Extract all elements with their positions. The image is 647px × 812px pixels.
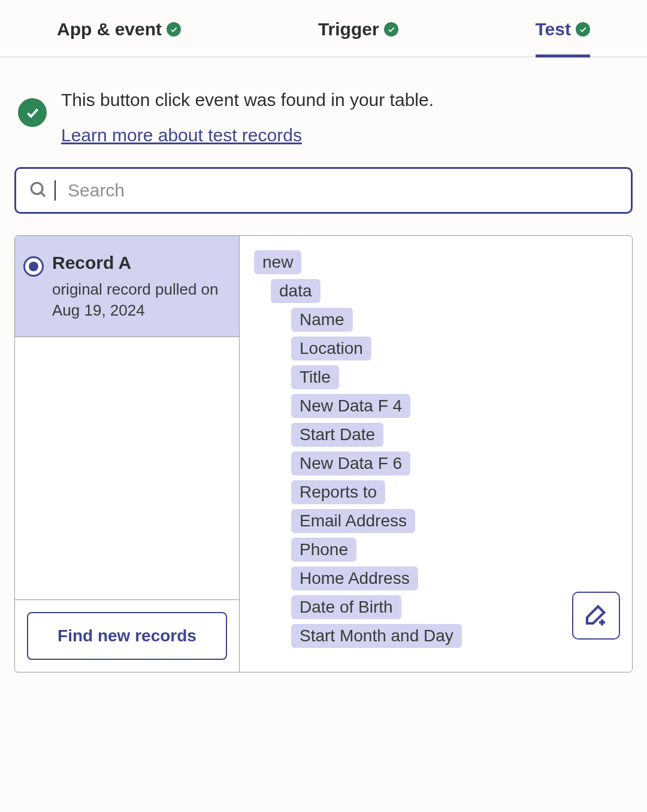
records-list: Record A original record pulled on Aug 1… (15, 236, 240, 672)
find-new-wrap: Find new records (15, 599, 239, 672)
edit-add-button[interactable] (572, 592, 620, 640)
field-pill[interactable]: Reports to (291, 480, 385, 504)
field-pill[interactable]: Start Month and Day (291, 624, 462, 648)
record-fields: new data Name Location Title New Data F … (240, 236, 632, 672)
info-banner: This button click event was found in you… (0, 57, 647, 167)
check-icon (167, 22, 181, 37)
tab-label: App & event (57, 19, 162, 40)
field-pill[interactable]: Location (291, 337, 371, 360)
records-panel: Record A original record pulled on Aug 1… (14, 235, 633, 672)
tab-app-event[interactable]: App & event (57, 19, 181, 40)
field-pill[interactable]: New Data F 6 (291, 452, 410, 475)
record-subtitle: original record pulled on Aug 19, 2024 (52, 279, 227, 321)
search-icon (28, 180, 47, 201)
field-pill[interactable]: Email Address (291, 509, 415, 533)
success-check-icon (18, 98, 47, 127)
tab-test[interactable]: Test (536, 19, 590, 40)
field-pill-data[interactable]: data (271, 279, 321, 303)
tab-label: Test (536, 19, 571, 40)
field-pill[interactable]: Name (291, 308, 353, 332)
svg-line-1 (41, 192, 45, 196)
svg-point-0 (31, 183, 43, 194)
radio-selected-icon[interactable] (23, 256, 44, 277)
field-pill[interactable]: Phone (291, 538, 356, 562)
search-input[interactable] (68, 180, 619, 201)
pencil-plus-icon (584, 602, 608, 629)
check-icon (576, 22, 590, 37)
learn-more-link[interactable]: Learn more about test records (61, 125, 302, 146)
info-message: This button click event was found in you… (61, 86, 434, 113)
field-pill-new[interactable]: new (254, 250, 301, 274)
find-new-records-button[interactable]: Find new records (27, 612, 227, 660)
field-pill[interactable]: Title (291, 365, 339, 389)
text-cursor (55, 180, 56, 201)
record-item[interactable]: Record A original record pulled on Aug 1… (15, 236, 239, 337)
field-pill[interactable]: Start Date (291, 423, 383, 447)
check-icon (384, 22, 398, 37)
search-box[interactable] (14, 167, 633, 214)
tabs-header: App & event Trigger Test (0, 0, 647, 57)
field-pill[interactable]: Home Address (291, 566, 418, 590)
field-pill[interactable]: New Data F 4 (291, 394, 410, 418)
field-pill[interactable]: Date of Birth (291, 595, 401, 619)
record-title: Record A (52, 253, 227, 273)
tab-label: Trigger (318, 19, 379, 40)
tab-trigger[interactable]: Trigger (318, 19, 398, 40)
